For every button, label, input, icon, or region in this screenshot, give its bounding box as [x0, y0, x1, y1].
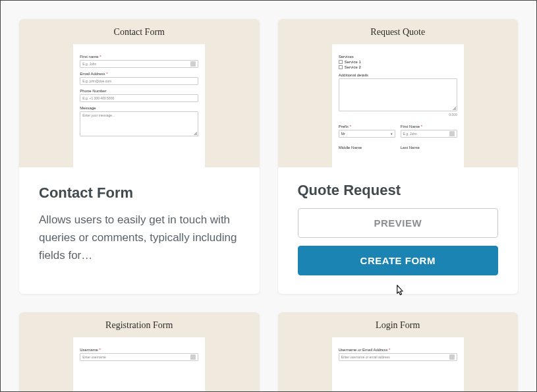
- template-thumbnail: Registration Form Username Enter usernam…: [19, 312, 260, 392]
- field-label: Additional details: [339, 73, 457, 77]
- thumbnail-form: Username or Email Address Enter username…: [332, 337, 464, 392]
- thumbnail-form: Services Service 1 Service 2 Additional …: [332, 44, 464, 167]
- field-input: E.g. John: [401, 130, 457, 138]
- thumbnail-title: Request Quote: [370, 27, 425, 38]
- field-label: Phone Number: [80, 89, 198, 93]
- field-label: Username: [80, 348, 198, 352]
- card-title: Contact Form: [39, 184, 240, 202]
- template-grid: Contact Form First name E.g. John Email …: [1, 1, 536, 392]
- field-input: Enter username or email address: [339, 353, 457, 361]
- template-card-login[interactable]: Login Form Username or Email Address Ent…: [278, 312, 519, 392]
- field-textarea: [339, 78, 457, 111]
- field-label: Last Name: [401, 146, 457, 150]
- card-body: Contact Form Allows users to easily get …: [19, 167, 260, 287]
- thumbnail-title: Registration Form: [105, 320, 173, 331]
- create-form-button[interactable]: CREATE FORM: [298, 246, 499, 275]
- field-label: First Name: [401, 125, 457, 128]
- thumbnail-form: First name E.g. John Email Address E.g. …: [73, 44, 205, 167]
- input-icon: [190, 61, 196, 67]
- field-label: First name: [80, 55, 198, 59]
- field-input: E.g. John: [80, 60, 198, 68]
- card-title: Quote Request: [298, 182, 499, 199]
- template-thumbnail: Request Quote Services Service 1 Service…: [278, 19, 519, 167]
- checkbox-option: Service 1: [339, 60, 457, 64]
- template-card-contact[interactable]: Contact Form First name E.g. John Email …: [19, 19, 260, 294]
- preview-button[interactable]: PREVIEW: [298, 208, 499, 238]
- field-label: Username or Email Address: [339, 348, 457, 352]
- field-label: Middle Name: [339, 146, 395, 150]
- field-label: Message: [80, 106, 198, 110]
- template-thumbnail: Login Form Username or Email Address Ent…: [278, 312, 519, 392]
- field-input: E.g. +1 300 400 5000: [80, 94, 198, 102]
- checkbox-option: Service 2: [339, 65, 457, 69]
- field-select: Mr: [339, 130, 395, 138]
- input-icon: [449, 354, 455, 360]
- char-counter: 0/300: [339, 113, 457, 117]
- field-label: Prefix: [339, 125, 395, 128]
- field-input: E.g. john@doe.com: [80, 77, 198, 85]
- input-icon: [449, 131, 455, 136]
- input-icon: [190, 354, 196, 360]
- thumbnail-title: Contact Form: [114, 27, 165, 38]
- field-textarea: Enter your message...: [80, 111, 198, 136]
- field-label: Email Address: [80, 72, 198, 76]
- field-input: Enter username: [80, 353, 198, 361]
- card-body: Quote Request PREVIEW CREATE FORM: [278, 167, 519, 294]
- template-thumbnail: Contact Form First name E.g. John Email …: [19, 19, 260, 167]
- thumbnail-form: Username Enter username: [73, 337, 205, 392]
- field-label: Services: [339, 55, 457, 59]
- card-description: Allows users to easily get in touch with…: [39, 211, 240, 265]
- thumbnail-title: Login Form: [376, 320, 420, 331]
- template-card-registration[interactable]: Registration Form Username Enter usernam…: [19, 312, 260, 392]
- template-card-quote[interactable]: Request Quote Services Service 1 Service…: [278, 19, 519, 294]
